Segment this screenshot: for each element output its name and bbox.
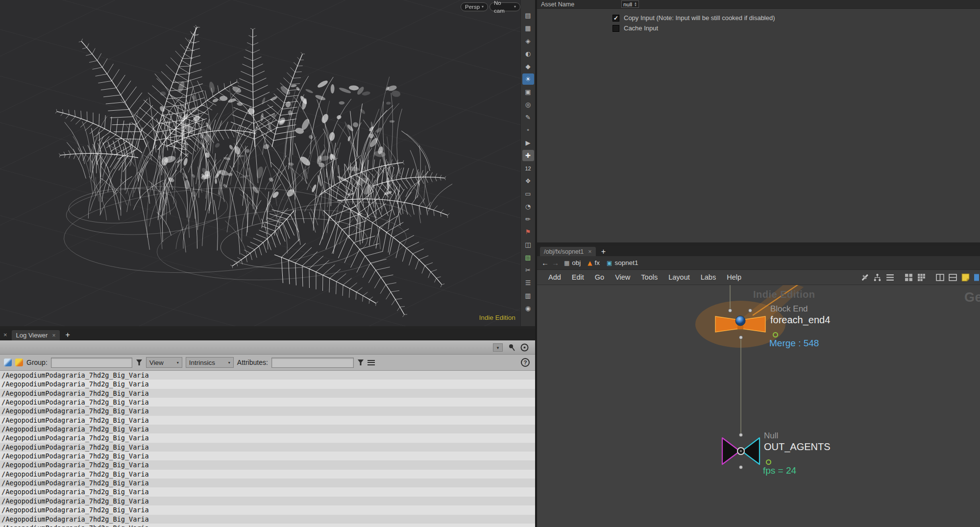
material-icon[interactable]: ◆ [522, 61, 534, 72]
flag-icon[interactable]: ⚑ [522, 226, 534, 238]
spinner-icon[interactable]: ▲▼ [634, 2, 637, 7]
tab-close-icon[interactable]: × [588, 248, 591, 255]
log-row[interactable]: /AegopodiumPodagraria_7hd2g_Big_Varia [0, 515, 535, 524]
pane-dropdown[interactable]: ▾ [493, 343, 503, 352]
annotate-icon[interactable]: ✎ [522, 112, 534, 123]
attributes-input[interactable] [271, 358, 354, 368]
input-connector[interactable] [739, 433, 742, 436]
scene-viewport[interactable]: Persp ▾ No cam ▾ Indie Edition [0, 0, 520, 326]
menu-edit[interactable]: Edit [566, 273, 589, 281]
input-connector[interactable] [728, 309, 732, 312]
new-tab-button[interactable]: + [65, 331, 70, 339]
frame-badge[interactable]: 12 [522, 163, 534, 174]
log-row[interactable]: /AegopodiumPodagraria_7hd2g_Big_Varia [0, 407, 535, 415]
badge-grid-dense-icon[interactable] [917, 273, 926, 282]
log-row[interactable]: /AegopodiumPodagraria_7hd2g_Big_Varia [0, 487, 535, 496]
geometry-filter-icon[interactable] [4, 359, 12, 366]
foreach-end4-name[interactable]: foreach_end4 [770, 314, 830, 326]
tab-network-path[interactable]: /obj/fx/sopnet1 × [540, 247, 596, 256]
pane-close-icon[interactable]: × [3, 331, 7, 338]
lock-icon[interactable]: ◈ [522, 35, 534, 47]
node-filter-icon[interactable] [15, 359, 23, 366]
menu-layout[interactable]: Layout [663, 273, 695, 281]
back-arrow-icon[interactable]: ← [541, 259, 549, 267]
log-row[interactable]: /AegopodiumPodagraria_7hd2g_Big_Varia [0, 470, 535, 479]
breadcrumb-obj[interactable]: ▦ obj [562, 259, 583, 266]
log-row[interactable]: /AegopodiumPodagraria_7hd2g_Big_Varia [0, 398, 535, 407]
asset-name-combo[interactable]: null ▲▼ [621, 0, 639, 8]
help-button[interactable]: ? [521, 358, 530, 367]
log-row[interactable]: /AegopodiumPodagraria_7hd2g_Big_Varia [0, 433, 535, 442]
select-tool-icon[interactable]: ▶ [522, 137, 534, 148]
log-row[interactable]: /AegopodiumPodagraria_7hd2g_Big_Varia [0, 425, 535, 433]
tree-view-icon[interactable] [873, 273, 882, 282]
list-icon[interactable]: ☰ [522, 277, 534, 288]
input-connector[interactable] [748, 309, 752, 312]
cut-icon[interactable]: ✂ [522, 264, 534, 276]
menu-view[interactable]: View [610, 273, 636, 281]
sort-menu-icon[interactable] [368, 360, 375, 365]
shading-mode-icon[interactable]: ◐ [522, 48, 534, 59]
output-connector[interactable] [739, 335, 742, 339]
tab-close-icon[interactable]: × [52, 332, 55, 339]
pin-view-icon[interactable]: ◉ [522, 303, 534, 314]
snapshot-icon[interactable]: ▦ [522, 23, 534, 34]
view-dropdown[interactable]: View ▾ [146, 357, 182, 368]
intrinsics-dropdown[interactable]: Intrinsics ▾ [186, 357, 234, 368]
attributes-filter-funnel-icon[interactable] [357, 359, 364, 366]
log-row[interactable]: /AegopodiumPodagraria_7hd2g_Big_Varia [0, 371, 535, 380]
pin-pane-icon[interactable] [507, 343, 516, 352]
radial-menu-icon[interactable] [520, 343, 529, 352]
notes-icon[interactable] [961, 273, 970, 282]
protractor-icon[interactable]: ◔ [522, 201, 534, 212]
log-row[interactable]: /AegopodiumPodagraria_7hd2g_Big_Varia [0, 452, 535, 460]
cache-input-checkbox[interactable] [612, 25, 619, 32]
handles-tool-icon[interactable]: ✚ [522, 150, 534, 161]
log-row[interactable]: /AegopodiumPodagraria_7hd2g_Big_Varia [0, 524, 535, 527]
ruler-icon[interactable]: ▭ [522, 188, 534, 199]
out-agents-name[interactable]: OUT_AGENTS [764, 441, 831, 453]
persp-view-menu[interactable]: Persp ▾ [461, 2, 488, 11]
node-out-agents[interactable] [722, 433, 760, 469]
separator-dot-icon[interactable]: • [522, 124, 534, 136]
split-pane-icon[interactable] [936, 273, 944, 282]
pan-tool-icon[interactable]: ❖ [522, 175, 534, 187]
viewport-canvas[interactable] [0, 0, 520, 326]
menu-add[interactable]: Add [543, 273, 566, 281]
group-filter-funnel-icon[interactable] [136, 359, 143, 366]
camera-icon[interactable]: ▣ [522, 86, 534, 97]
horizontal-splitter-right[interactable] [537, 242, 980, 246]
group-input[interactable] [51, 358, 132, 368]
log-row[interactable]: /AegopodiumPodagraria_7hd2g_Big_Varia [0, 460, 535, 469]
log-row[interactable]: /AegopodiumPodagraria_7hd2g_Big_Varia [0, 479, 535, 487]
new-tab-button[interactable]: + [601, 247, 606, 256]
breadcrumb-fx[interactable]: ▲ fx [586, 259, 602, 266]
display-flag[interactable] [766, 459, 771, 465]
paint-tool-icon[interactable]: ✏ [522, 214, 534, 225]
log-row[interactable]: /AegopodiumPodagraria_7hd2g_Big_Varia [0, 497, 535, 505]
menu-labs[interactable]: Labs [695, 273, 721, 281]
display-flag[interactable] [773, 332, 778, 337]
menu-help[interactable]: Help [721, 273, 747, 281]
pane-layout-icon[interactable]: ▤ [522, 10, 534, 21]
log-row[interactable]: /AegopodiumPodagraria_7hd2g_Big_Varia [0, 380, 535, 388]
forward-arrow-icon[interactable]: → [552, 259, 559, 267]
log-row[interactable]: /AegopodiumPodagraria_7hd2g_Big_Varia [0, 443, 535, 452]
log-row[interactable]: /AegopodiumPodagraria_7hd2g_Big_Varia [0, 505, 535, 514]
image-plane-icon[interactable]: ▥ [522, 290, 534, 301]
log-row[interactable]: /AegopodiumPodagraria_7hd2g_Big_Varia [0, 416, 535, 425]
network-graph[interactable]: Indie Edition Ge Block End foreach_end4 … [537, 285, 980, 527]
tab-log-viewer[interactable]: Log Viewer × [12, 330, 60, 340]
output-connector[interactable] [739, 465, 742, 469]
new-pane-icon[interactable] [949, 273, 957, 282]
flipbook-icon[interactable]: ◎ [522, 99, 534, 110]
menu-tools[interactable]: Tools [636, 273, 663, 281]
log-row[interactable]: /AegopodiumPodagraria_7hd2g_Big_Varia [0, 389, 535, 398]
badge-grid-icon[interactable] [905, 273, 913, 282]
menu-go[interactable]: Go [589, 273, 610, 281]
customize-toolbar-icon[interactable] [860, 273, 869, 282]
copy-input-checkbox[interactable]: ✓ [612, 15, 619, 22]
palette-icon[interactable] [974, 273, 979, 282]
breadcrumb-sopnet1[interactable]: ▣ sopnet1 [605, 259, 640, 266]
instance-icon[interactable]: ▧ [522, 252, 534, 263]
